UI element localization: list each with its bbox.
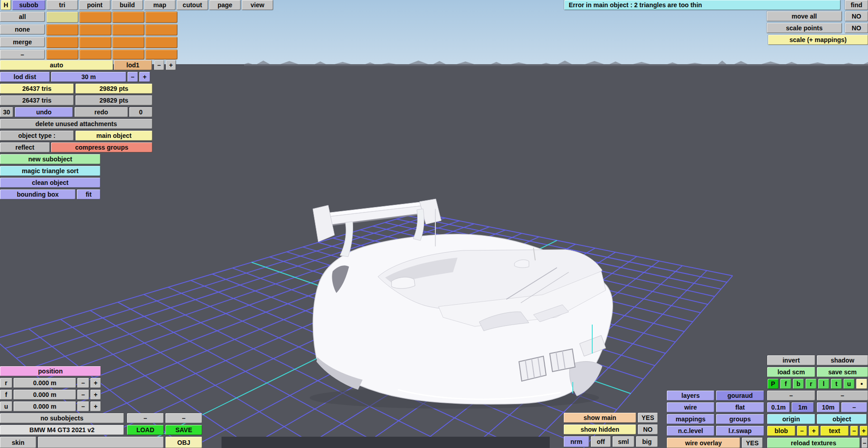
show-hidden-button[interactable]: show hidden xyxy=(564,424,636,434)
face-t-button[interactable]: t xyxy=(831,379,842,389)
move-all-value[interactable]: NO xyxy=(845,11,868,21)
face-u-button[interactable]: u xyxy=(844,379,854,389)
position-f-minus[interactable]: – xyxy=(77,390,89,400)
object-button[interactable]: object xyxy=(817,414,867,424)
nrm-big-button[interactable]: big xyxy=(636,436,658,447)
bounding-box-button[interactable]: bounding box xyxy=(0,189,75,199)
position-u-minus[interactable]: – xyxy=(77,401,89,411)
move-all-button[interactable]: move all xyxy=(767,11,842,21)
skin-slot[interactable] xyxy=(38,437,164,448)
grid-scale-01m-button[interactable]: 0.1m xyxy=(767,402,790,412)
reload-dash-button[interactable]: – xyxy=(862,438,868,448)
face-r-button[interactable]: r xyxy=(806,379,816,389)
grid-cell-map-dash[interactable] xyxy=(146,50,177,59)
model-name[interactable]: BMW M4 GT3 2021 v2 xyxy=(0,425,124,435)
position-r-minus[interactable]: – xyxy=(77,378,89,388)
select-none-button[interactable]: none xyxy=(0,24,45,34)
face-dot-button[interactable]: ● xyxy=(856,379,867,389)
menu-map[interactable]: map xyxy=(144,0,175,10)
scale-points-value[interactable]: NO xyxy=(845,23,868,33)
grid-cell-build-none[interactable] xyxy=(113,24,144,35)
invert-button[interactable]: invert xyxy=(767,355,815,365)
show-hidden-value[interactable]: NO xyxy=(638,424,658,434)
wire-overlay-value[interactable]: YES xyxy=(742,438,763,448)
lod-dist-minus-button[interactable]: – xyxy=(127,72,138,82)
lod-dist-plus-button[interactable]: + xyxy=(139,72,150,82)
right-dash-2[interactable]: – xyxy=(817,391,868,401)
grid-cell-tri-merge[interactable] xyxy=(47,37,78,48)
save-button[interactable]: SAVE xyxy=(165,425,202,435)
nc-level-button[interactable]: n.c.level xyxy=(667,426,714,436)
position-u-value[interactable]: 0.000 m xyxy=(14,401,76,411)
nrm-sml-button[interactable]: sml xyxy=(613,436,634,447)
text-plus-button[interactable]: + xyxy=(860,426,868,436)
undo-button[interactable]: undo xyxy=(15,107,73,117)
skin-button[interactable]: skin xyxy=(0,437,36,448)
lod-dist-value[interactable]: 30 m xyxy=(51,72,126,82)
subobject-dash-1[interactable]: – xyxy=(127,413,164,423)
grid-cell-point-none[interactable] xyxy=(80,24,111,35)
grid-cell-tri-none[interactable] xyxy=(47,24,78,35)
lr-swap-button[interactable]: l.r.swap xyxy=(716,426,764,436)
grid-cell-build-merge[interactable] xyxy=(113,37,144,48)
grid-cell-point-merge[interactable] xyxy=(80,37,111,48)
nrm-button[interactable]: nrm xyxy=(564,436,589,447)
grid-cell-point-all[interactable] xyxy=(80,12,111,23)
reflect-button[interactable]: reflect xyxy=(0,142,50,152)
shadow-button[interactable]: shadow xyxy=(817,355,868,365)
blob-minus-button[interactable]: – xyxy=(797,426,807,436)
gouraud-button[interactable]: gouraud xyxy=(716,391,764,401)
menu-build[interactable]: build xyxy=(112,0,143,10)
delete-attachments-button[interactable]: delete unused attachments xyxy=(0,119,152,129)
layers-button[interactable]: layers xyxy=(667,391,714,401)
find-button[interactable]: find xyxy=(845,0,868,10)
position-u-plus[interactable]: + xyxy=(90,401,101,411)
position-r-plus[interactable]: + xyxy=(90,378,101,388)
grid-cell-map-all[interactable] xyxy=(146,12,177,23)
subobjects-status[interactable]: no subobjects xyxy=(0,413,124,423)
save-scm-button[interactable]: save scm xyxy=(817,367,868,377)
nrm-off-button[interactable]: off xyxy=(591,436,611,447)
show-main-value[interactable]: YES xyxy=(638,413,658,423)
mappings-button[interactable]: mappings xyxy=(667,414,714,424)
text-minus-button[interactable]: – xyxy=(850,426,858,436)
grid-cell-tri-dash[interactable] xyxy=(47,50,78,59)
wire-overlay-button[interactable]: wire overlay xyxy=(667,438,740,448)
load-button[interactable]: LOAD xyxy=(127,425,164,435)
lod-auto-button[interactable]: auto xyxy=(0,60,113,70)
lod-minus-button[interactable]: – xyxy=(154,60,164,70)
text-button[interactable]: text xyxy=(821,426,849,436)
menu-tri[interactable]: tri xyxy=(47,0,78,10)
face-p-button[interactable]: P xyxy=(768,379,778,389)
select-merge-button[interactable]: merge xyxy=(0,37,45,47)
fit-button[interactable]: fit xyxy=(77,189,100,199)
grid-cell-map-merge[interactable] xyxy=(146,37,177,48)
load-scm-button[interactable]: load scm xyxy=(767,367,815,377)
obj-export-button[interactable]: OBJ xyxy=(165,437,202,448)
compress-groups-button[interactable]: compress groups xyxy=(51,142,152,152)
redo-button[interactable]: redo xyxy=(75,107,128,117)
grid-cell-map-none[interactable] xyxy=(146,24,177,35)
reload-textures-button[interactable]: reload textures xyxy=(767,438,860,448)
blob-plus-button[interactable]: + xyxy=(809,426,819,436)
select-dash-button[interactable]: – xyxy=(0,50,45,59)
grid-cell-tri-all[interactable] xyxy=(47,12,78,23)
lod1-button[interactable]: lod1 xyxy=(114,60,152,70)
menu-page[interactable]: page xyxy=(209,0,241,10)
flat-button[interactable]: flat xyxy=(716,402,764,412)
select-all-button[interactable]: all xyxy=(0,12,45,22)
object-type-value[interactable]: main object xyxy=(75,131,152,141)
origin-button[interactable]: origin xyxy=(767,414,815,424)
magic-triangle-sort-button[interactable]: magic triangle sort xyxy=(0,166,100,176)
show-main-button[interactable]: show main xyxy=(564,413,636,423)
new-subobject-button[interactable]: new subobject xyxy=(0,154,100,164)
face-f-button[interactable]: f xyxy=(780,379,791,389)
blob-button[interactable]: blob xyxy=(767,426,795,436)
groups-button[interactable]: groups xyxy=(716,414,764,424)
grid-cell-build-dash[interactable] xyxy=(113,50,144,59)
menu-cutout[interactable]: cutout xyxy=(177,0,208,10)
menu-view[interactable]: view xyxy=(242,0,273,10)
face-l-button[interactable]: l xyxy=(818,379,829,389)
grid-scale-dash-button[interactable]: – xyxy=(841,402,867,412)
menu-h[interactable]: H xyxy=(1,0,11,10)
